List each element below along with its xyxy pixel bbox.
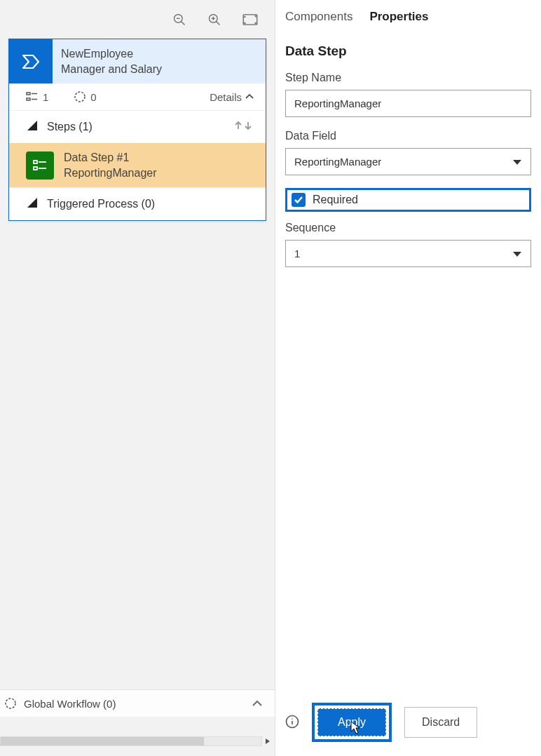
reorder-arrows-icon[interactable] xyxy=(233,119,254,135)
panel-footer: Apply Discard xyxy=(285,691,531,756)
stage-card[interactable]: NewEmployee Manager and Salary 1 0 Detai… xyxy=(8,39,266,221)
zoom-out-icon[interactable] xyxy=(172,13,186,27)
stage-title: NewEmployee Manager and Salary xyxy=(53,39,266,83)
info-icon[interactable] xyxy=(285,715,299,731)
canvas-panel: NewEmployee Manager and Salary 1 0 Detai… xyxy=(0,0,275,756)
scrollbar-thumb[interactable] xyxy=(1,737,204,745)
steps-section[interactable]: Steps (1) xyxy=(9,110,266,143)
horizontal-scrollbar[interactable] xyxy=(0,736,262,746)
sequence-label: Sequence xyxy=(285,222,531,234)
tab-properties[interactable]: Properties xyxy=(369,10,428,24)
details-toggle[interactable]: Details xyxy=(210,91,254,103)
tab-components[interactable]: Components xyxy=(285,10,352,24)
canvas-toolbar xyxy=(0,0,275,39)
svg-line-4 xyxy=(217,21,220,25)
required-checkbox[interactable] xyxy=(292,193,306,207)
triggered-section[interactable]: Triggered Process (0) xyxy=(9,187,266,220)
stage-title-line1: NewEmployee xyxy=(61,46,257,62)
data-field-label: Data Field xyxy=(285,130,531,142)
svg-rect-10 xyxy=(27,98,30,100)
data-step-icon xyxy=(26,151,54,180)
data-step-subtitle: ReportingManager xyxy=(64,166,157,181)
svg-rect-13 xyxy=(34,161,37,163)
svg-rect-15 xyxy=(34,167,37,170)
global-workflow-row[interactable]: Global Workflow (0) xyxy=(0,689,275,717)
required-label: Required xyxy=(313,194,358,206)
stage-meta: 1 0 Details xyxy=(9,83,266,110)
tabs: Components Properties xyxy=(285,0,531,28)
dashed-circle-icon xyxy=(4,697,17,710)
stage-title-line2: Manager and Salary xyxy=(61,62,257,77)
chevron-up-icon[interactable] xyxy=(251,698,263,710)
svg-rect-8 xyxy=(27,93,30,95)
triangle-icon xyxy=(26,119,39,135)
data-step-row[interactable]: Data Step #1 ReportingManager xyxy=(9,143,266,187)
properties-panel: Components Properties Data Step Step Nam… xyxy=(275,0,541,756)
steps-header-label: Steps (1) xyxy=(47,121,93,133)
svg-point-12 xyxy=(75,92,85,102)
cursor-icon xyxy=(350,721,362,735)
sequence-select[interactable]: 1 xyxy=(285,240,531,267)
panel-title: Data Step xyxy=(285,43,531,59)
discard-button[interactable]: Discard xyxy=(404,707,477,738)
triangle-icon xyxy=(26,196,39,212)
required-checkbox-row[interactable]: Required xyxy=(285,188,531,212)
zoom-in-icon[interactable] xyxy=(207,13,221,27)
data-step-title: Data Step #1 xyxy=(64,150,157,166)
steps-count: 1 xyxy=(26,91,48,103)
data-field-select[interactable]: ReportingManager xyxy=(285,148,531,175)
apply-highlight: Apply xyxy=(312,703,392,742)
data-step-text: Data Step #1 ReportingManager xyxy=(64,150,157,180)
global-workflow-label: Global Workflow (0) xyxy=(24,698,116,710)
stage-header[interactable]: NewEmployee Manager and Salary xyxy=(9,39,266,83)
apply-button[interactable]: Apply xyxy=(317,708,386,736)
svg-point-20 xyxy=(292,718,293,720)
fit-screen-icon[interactable] xyxy=(242,14,258,25)
stage-chevron-icon xyxy=(9,39,53,83)
scroll-right-arrow[interactable] xyxy=(261,736,274,745)
triggered-header-label: Triggered Process (0) xyxy=(47,198,155,210)
svg-line-1 xyxy=(182,21,185,25)
process-count: 0 xyxy=(74,90,96,103)
svg-point-17 xyxy=(6,698,15,708)
step-name-label: Step Name xyxy=(285,72,531,84)
step-name-input[interactable] xyxy=(285,90,531,117)
